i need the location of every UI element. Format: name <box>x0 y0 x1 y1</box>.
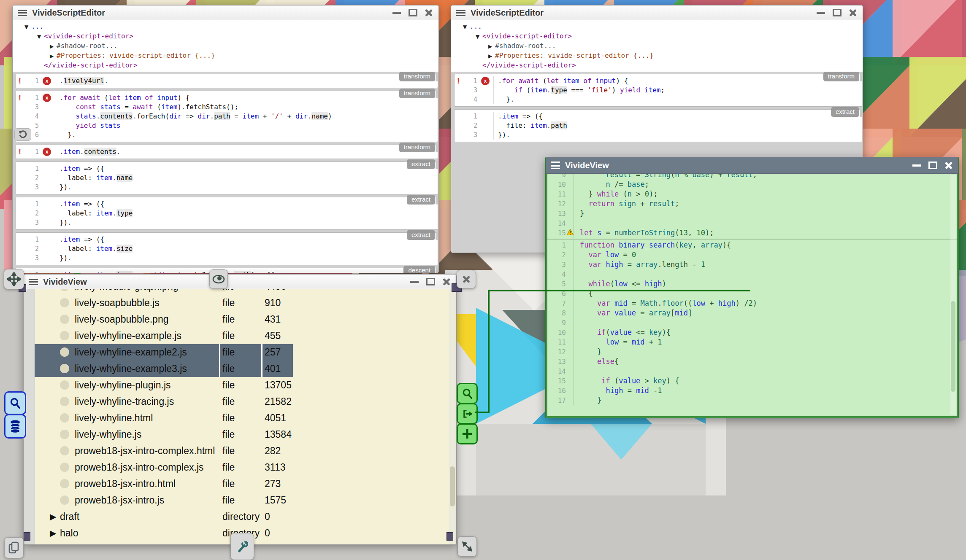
maximize-icon[interactable] <box>833 9 842 16</box>
line-number: 12 <box>547 347 566 357</box>
step-type-badge[interactable]: transform <box>399 89 435 98</box>
maximize-icon[interactable] <box>409 9 417 16</box>
code-line: 1function binary_search(key, array){ <box>547 240 957 250</box>
script-step-block[interactable]: transform!1x.for await (let item of inpu… <box>16 91 438 142</box>
step-type-badge[interactable]: extract <box>831 107 859 117</box>
file-row[interactable]: lively-whyline-example3.jsfile401 <box>35 361 293 377</box>
resize-handle-bottom-right[interactable] <box>446 532 453 541</box>
step-type-badge[interactable]: transform <box>399 72 435 81</box>
file-row[interactable]: lively-whyline.jsfile13584 <box>35 426 293 443</box>
expand-closed-icon[interactable]: ▶ <box>488 51 495 61</box>
dom-tree-node[interactable]: ▶#shadow-root... <box>463 41 863 51</box>
expand-open-icon[interactable]: ▼ <box>24 22 31 32</box>
file-row[interactable]: proweb18-jsx-intro-complex.htmlfile282 <box>35 443 293 459</box>
file-row[interactable]: proweb18-jsx-intro.jsfile1575 <box>35 492 293 509</box>
code-block[interactable]: 9 result = String(n % base) + result;10 … <box>547 174 957 238</box>
expand-closed-icon[interactable]: ▶ <box>50 42 57 51</box>
tools-button[interactable] <box>230 533 254 560</box>
resize-button[interactable] <box>457 536 477 557</box>
resize-handle-bottom-left[interactable] <box>24 532 30 541</box>
close-icon[interactable] <box>849 9 857 16</box>
expand-closed-icon[interactable]: ▶ <box>50 528 56 538</box>
file-row[interactable]: lively-whyline-example2.jsfile257 <box>35 344 293 361</box>
step-type-badge[interactable]: transform <box>399 143 435 152</box>
search-button-green[interactable] <box>457 383 478 404</box>
dom-tree-node[interactable]: ▶#shadow-root... <box>24 41 438 51</box>
titlebar[interactable]: VivideView <box>24 275 456 289</box>
dom-tree-node[interactable]: ▼<vivide-script-editor> <box>24 32 438 41</box>
script-step-block[interactable]: extract1.item => ({2 label: item.size3})… <box>16 232 438 265</box>
expand-open-icon[interactable]: ▼ <box>463 22 470 32</box>
expand-open-icon[interactable]: ▼ <box>476 32 482 41</box>
dom-tree-node[interactable]: ▶#Properties: vivide-script-editor {...} <box>24 51 438 61</box>
script-step-block[interactable]: transform!1x.item.contents. <box>16 145 438 159</box>
scrollbar-vertical[interactable] <box>950 175 956 415</box>
minimize-icon[interactable] <box>817 12 825 14</box>
minimize-icon[interactable] <box>912 164 921 167</box>
add-view-button[interactable] <box>457 423 478 444</box>
line-number: 11 <box>547 337 566 347</box>
dom-tree-node[interactable]: ▼... <box>463 22 863 32</box>
hamburger-icon[interactable] <box>29 279 38 285</box>
close-icon[interactable] <box>945 162 952 169</box>
file-row[interactable]: lively-soapbubble.pngfile431 <box>35 311 293 328</box>
eye-button[interactable] <box>209 269 228 289</box>
titlebar[interactable]: VivideScriptEditor <box>451 5 863 20</box>
close-icon[interactable] <box>425 9 433 16</box>
file-row[interactable]: proweb18-jsx-intro-complex.jsfile3113 <box>35 459 293 476</box>
titlebar[interactable]: VivideView <box>546 157 958 174</box>
scrollbar-thumb[interactable] <box>450 466 455 506</box>
step-type-badge[interactable]: transform <box>823 72 859 81</box>
code-view[interactable]: 9 result = String(n % base) + result;10 … <box>547 174 957 416</box>
script-step-block[interactable]: extract1.item => ({2 label: item.name3})… <box>16 162 438 194</box>
dom-tree-node[interactable]: ▶#Properties: vivide-script-editor {...} <box>463 51 863 61</box>
dom-tree-node[interactable]: ▼<vivide-script-editor> <box>463 32 863 41</box>
line-number: 1 <box>25 164 39 173</box>
hamburger-icon[interactable] <box>18 10 27 16</box>
dom-tree-node[interactable]: </vivide-script-editor> <box>24 61 438 70</box>
export-connection-button[interactable] <box>457 403 478 424</box>
copy-button[interactable] <box>4 537 24 558</box>
hamburger-icon[interactable] <box>551 162 560 169</box>
step-type-badge[interactable]: extract <box>407 195 435 205</box>
expand-closed-icon[interactable]: ▶ <box>488 42 495 51</box>
file-row[interactable]: ▶halodirectory0 <box>35 525 293 541</box>
script-step-block[interactable]: extract1.item => ({2 label: item.type3})… <box>16 197 438 230</box>
file-row[interactable]: proweb18-jsx-intro.htmlfile273 <box>35 476 293 492</box>
maximize-icon[interactable] <box>928 162 937 169</box>
minimize-icon[interactable] <box>410 281 419 283</box>
data-source-button[interactable] <box>4 414 26 439</box>
script-step-block[interactable]: transform!1x.lively4url. <box>16 74 438 88</box>
step-type-badge[interactable]: descent <box>403 266 435 273</box>
expand-closed-icon[interactable]: ▶ <box>50 512 56 522</box>
script-step-block[interactable]: transform!1x.for await (let item of inpu… <box>454 74 862 107</box>
file-row[interactable]: index.htmlfile331 <box>35 541 293 544</box>
file-row[interactable]: lively-module-graph.pngfile4456 <box>35 289 293 295</box>
file-row[interactable]: ▶draftdirectory0 <box>35 509 293 525</box>
file-row[interactable]: lively-soapbubble.jsfile910 <box>35 295 293 311</box>
step-type-badge[interactable]: extract <box>407 159 435 169</box>
file-row[interactable]: lively-whyline-plugin.jsfile13705 <box>35 377 293 393</box>
dom-tree-node[interactable]: </vivide-script-editor> <box>463 61 863 70</box>
undo-button[interactable] <box>14 128 31 141</box>
step-type-badge[interactable]: extract <box>407 230 435 240</box>
file-row[interactable]: lively-whyline.htmlfile4051 <box>35 410 293 426</box>
file-row[interactable]: lively-whyline-tracing.jsfile21582 <box>35 393 293 410</box>
maximize-icon[interactable] <box>426 278 435 285</box>
titlebar[interactable]: VivideScriptEditor <box>13 5 438 20</box>
scrollbar-thumb[interactable] <box>951 301 955 392</box>
scrollbar-vertical[interactable] <box>449 289 456 544</box>
expand-closed-icon[interactable]: ▶ <box>50 51 57 61</box>
code-block[interactable]: 1function binary_search(key, array){2 va… <box>547 240 957 405</box>
detach-close-button[interactable] <box>457 270 476 288</box>
move-button[interactable] <box>4 269 24 289</box>
code-line: 7 var mid = Math.floor((low + high) /2) <box>547 299 957 308</box>
expand-open-icon[interactable]: ▼ <box>37 32 44 41</box>
hamburger-icon[interactable] <box>456 10 465 16</box>
dom-tree-node[interactable]: ▼... <box>24 22 438 32</box>
minimize-icon[interactable] <box>392 12 401 14</box>
close-icon[interactable] <box>443 278 450 285</box>
file-row[interactable]: lively-whyline-example.jsfile455 <box>35 328 293 344</box>
script-step-block[interactable]: extract1.item => ({2 file: item.path3}). <box>454 109 862 142</box>
search-button-blue[interactable] <box>4 391 26 415</box>
